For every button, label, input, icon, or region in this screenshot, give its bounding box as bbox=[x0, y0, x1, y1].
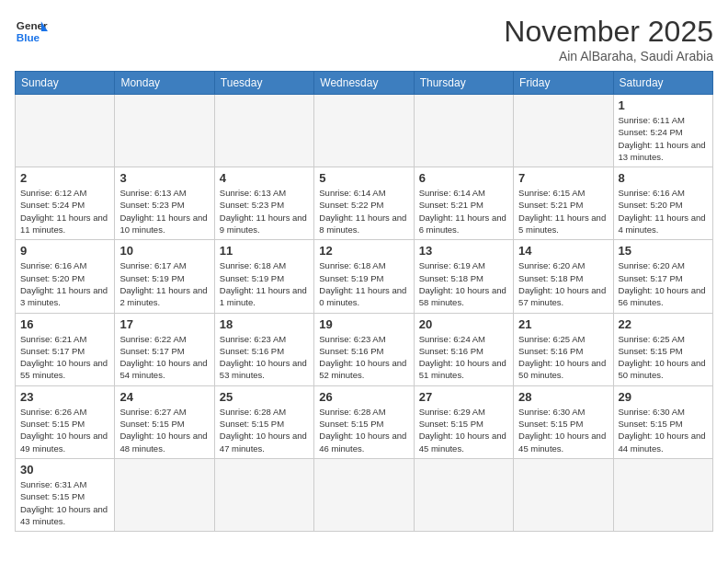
day-number: 16 bbox=[20, 317, 109, 331]
day-info: Sunrise: 6:20 AM Sunset: 5:18 PM Dayligh… bbox=[518, 259, 608, 308]
table-row bbox=[214, 95, 313, 167]
calendar-row: 9Sunrise: 6:16 AM Sunset: 5:20 PM Daylig… bbox=[16, 240, 713, 313]
day-info: Sunrise: 6:26 AM Sunset: 5:15 PM Dayligh… bbox=[20, 406, 109, 454]
table-row: 5Sunrise: 6:14 AM Sunset: 5:22 PM Daylig… bbox=[314, 167, 414, 240]
day-info: Sunrise: 6:27 AM Sunset: 5:15 PM Dayligh… bbox=[119, 406, 209, 454]
location-subtitle: Ain AlBaraha, Saudi Arabia bbox=[504, 49, 713, 63]
table-row: 15Sunrise: 6:20 AM Sunset: 5:17 PM Dayli… bbox=[613, 240, 712, 313]
day-number: 8 bbox=[619, 171, 708, 185]
weekday-header-row: Sunday Monday Tuesday Wednesday Thursday… bbox=[16, 72, 713, 95]
table-row: 24Sunrise: 6:27 AM Sunset: 5:15 PM Dayli… bbox=[115, 385, 214, 458]
day-info: Sunrise: 6:21 AM Sunset: 5:17 PM Dayligh… bbox=[20, 333, 109, 382]
table-row bbox=[16, 95, 115, 167]
day-info: Sunrise: 6:28 AM Sunset: 5:15 PM Dayligh… bbox=[220, 406, 309, 454]
calendar-row: 30Sunrise: 6:31 AM Sunset: 5:15 PM Dayli… bbox=[16, 458, 713, 531]
header-thursday: Thursday bbox=[414, 72, 513, 95]
day-number: 19 bbox=[319, 317, 408, 331]
day-info: Sunrise: 6:15 AM Sunset: 5:21 PM Dayligh… bbox=[518, 187, 608, 236]
table-row bbox=[414, 95, 513, 167]
day-number: 10 bbox=[119, 244, 209, 258]
day-info: Sunrise: 6:13 AM Sunset: 5:23 PM Dayligh… bbox=[220, 187, 309, 236]
page-header: General Blue November 2025 Ain AlBaraha,… bbox=[15, 15, 713, 63]
day-info: Sunrise: 6:16 AM Sunset: 5:20 PM Dayligh… bbox=[619, 187, 708, 236]
day-info: Sunrise: 6:18 AM Sunset: 5:19 PM Dayligh… bbox=[220, 259, 309, 308]
month-title: November 2025 bbox=[504, 15, 713, 49]
table-row: 1Sunrise: 6:11 AM Sunset: 5:24 PM Daylig… bbox=[613, 95, 712, 167]
day-number: 4 bbox=[220, 171, 309, 185]
day-info: Sunrise: 6:19 AM Sunset: 5:18 PM Dayligh… bbox=[419, 259, 508, 308]
header-tuesday: Tuesday bbox=[214, 72, 313, 95]
table-row bbox=[214, 458, 313, 531]
day-number: 12 bbox=[319, 244, 408, 258]
table-row bbox=[613, 458, 712, 531]
calendar-row: 1Sunrise: 6:11 AM Sunset: 5:24 PM Daylig… bbox=[16, 95, 713, 167]
table-row: 20Sunrise: 6:24 AM Sunset: 5:16 PM Dayli… bbox=[414, 313, 513, 385]
day-number: 21 bbox=[518, 317, 608, 331]
table-row: 9Sunrise: 6:16 AM Sunset: 5:20 PM Daylig… bbox=[16, 240, 115, 313]
day-info: Sunrise: 6:25 AM Sunset: 5:15 PM Dayligh… bbox=[619, 333, 708, 382]
table-row: 4Sunrise: 6:13 AM Sunset: 5:23 PM Daylig… bbox=[214, 167, 313, 240]
calendar-row: 23Sunrise: 6:26 AM Sunset: 5:15 PM Dayli… bbox=[16, 385, 713, 458]
table-row bbox=[514, 95, 613, 167]
table-row bbox=[514, 458, 613, 531]
table-row: 22Sunrise: 6:25 AM Sunset: 5:15 PM Dayli… bbox=[613, 313, 712, 385]
day-number: 1 bbox=[619, 98, 708, 112]
day-info: Sunrise: 6:29 AM Sunset: 5:15 PM Dayligh… bbox=[419, 406, 508, 454]
day-number: 26 bbox=[319, 390, 408, 404]
day-number: 27 bbox=[419, 390, 508, 404]
table-row bbox=[314, 95, 414, 167]
day-info: Sunrise: 6:12 AM Sunset: 5:24 PM Dayligh… bbox=[20, 187, 109, 236]
header-saturday: Saturday bbox=[613, 72, 712, 95]
logo-icon: General Blue bbox=[15, 15, 48, 48]
calendar-table: Sunday Monday Tuesday Wednesday Thursday… bbox=[15, 71, 713, 532]
table-row bbox=[314, 458, 414, 531]
table-row: 11Sunrise: 6:18 AM Sunset: 5:19 PM Dayli… bbox=[214, 240, 313, 313]
table-row: 21Sunrise: 6:25 AM Sunset: 5:16 PM Dayli… bbox=[514, 313, 613, 385]
day-number: 22 bbox=[619, 317, 708, 331]
day-number: 6 bbox=[419, 171, 508, 185]
day-info: Sunrise: 6:17 AM Sunset: 5:19 PM Dayligh… bbox=[119, 259, 209, 308]
day-info: Sunrise: 6:14 AM Sunset: 5:21 PM Dayligh… bbox=[419, 187, 508, 236]
svg-text:Blue: Blue bbox=[17, 31, 40, 43]
title-area: November 2025 Ain AlBaraha, Saudi Arabia bbox=[504, 15, 713, 63]
table-row: 28Sunrise: 6:30 AM Sunset: 5:15 PM Dayli… bbox=[514, 385, 613, 458]
table-row: 7Sunrise: 6:15 AM Sunset: 5:21 PM Daylig… bbox=[514, 167, 613, 240]
day-number: 9 bbox=[20, 244, 109, 258]
day-number: 7 bbox=[518, 171, 608, 185]
table-row: 13Sunrise: 6:19 AM Sunset: 5:18 PM Dayli… bbox=[414, 240, 513, 313]
day-info: Sunrise: 6:22 AM Sunset: 5:17 PM Dayligh… bbox=[119, 333, 209, 382]
day-info: Sunrise: 6:23 AM Sunset: 5:16 PM Dayligh… bbox=[319, 333, 408, 382]
day-info: Sunrise: 6:14 AM Sunset: 5:22 PM Dayligh… bbox=[319, 187, 408, 236]
day-number: 23 bbox=[20, 390, 109, 404]
day-info: Sunrise: 6:31 AM Sunset: 5:15 PM Dayligh… bbox=[20, 478, 109, 527]
day-number: 3 bbox=[119, 171, 209, 185]
day-number: 5 bbox=[319, 171, 408, 185]
table-row bbox=[414, 458, 513, 531]
table-row: 25Sunrise: 6:28 AM Sunset: 5:15 PM Dayli… bbox=[214, 385, 313, 458]
day-info: Sunrise: 6:30 AM Sunset: 5:15 PM Dayligh… bbox=[619, 406, 708, 454]
table-row bbox=[115, 458, 214, 531]
header-sunday: Sunday bbox=[16, 72, 115, 95]
day-number: 11 bbox=[220, 244, 309, 258]
day-info: Sunrise: 6:13 AM Sunset: 5:23 PM Dayligh… bbox=[119, 187, 209, 236]
day-number: 14 bbox=[518, 244, 608, 258]
table-row: 14Sunrise: 6:20 AM Sunset: 5:18 PM Dayli… bbox=[514, 240, 613, 313]
table-row: 3Sunrise: 6:13 AM Sunset: 5:23 PM Daylig… bbox=[115, 167, 214, 240]
table-row: 29Sunrise: 6:30 AM Sunset: 5:15 PM Dayli… bbox=[613, 385, 712, 458]
day-number: 20 bbox=[419, 317, 508, 331]
day-number: 29 bbox=[619, 390, 708, 404]
day-info: Sunrise: 6:23 AM Sunset: 5:16 PM Dayligh… bbox=[220, 333, 309, 382]
calendar-row: 2Sunrise: 6:12 AM Sunset: 5:24 PM Daylig… bbox=[16, 167, 713, 240]
calendar-row: 16Sunrise: 6:21 AM Sunset: 5:17 PM Dayli… bbox=[16, 313, 713, 385]
table-row: 23Sunrise: 6:26 AM Sunset: 5:15 PM Dayli… bbox=[16, 385, 115, 458]
day-info: Sunrise: 6:30 AM Sunset: 5:15 PM Dayligh… bbox=[518, 406, 608, 454]
day-number: 24 bbox=[119, 390, 209, 404]
table-row: 10Sunrise: 6:17 AM Sunset: 5:19 PM Dayli… bbox=[115, 240, 214, 313]
table-row: 6Sunrise: 6:14 AM Sunset: 5:21 PM Daylig… bbox=[414, 167, 513, 240]
logo: General Blue bbox=[15, 15, 48, 48]
table-row: 19Sunrise: 6:23 AM Sunset: 5:16 PM Dayli… bbox=[314, 313, 414, 385]
day-info: Sunrise: 6:16 AM Sunset: 5:20 PM Dayligh… bbox=[20, 259, 109, 308]
table-row bbox=[115, 95, 214, 167]
day-number: 28 bbox=[518, 390, 608, 404]
day-number: 13 bbox=[419, 244, 508, 258]
